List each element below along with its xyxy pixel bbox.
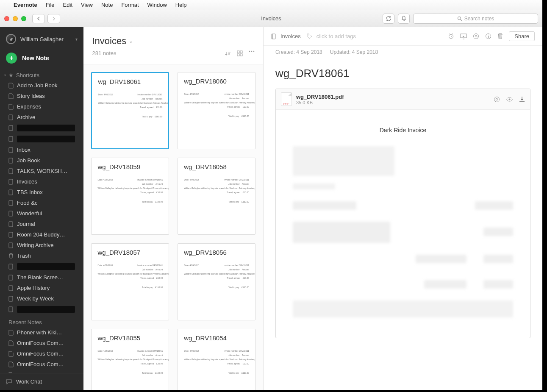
sidebar-item[interactable]: TBS Inbox (0, 187, 83, 197)
sidebar-item-label: Add to Job Book (17, 82, 57, 89)
notebook-icon (8, 158, 14, 164)
redacted-label (17, 263, 75, 270)
notebook-icon (8, 242, 14, 248)
sidebar-item[interactable]: Story Ideas (0, 91, 83, 101)
sidebar-item[interactable] (0, 133, 83, 145)
sidebar-item[interactable]: Week by Week (0, 293, 83, 304)
nav-back-button[interactable] (32, 14, 45, 23)
window-minimize[interactable] (13, 16, 18, 21)
avatar: W (6, 34, 16, 44)
note-card[interactable]: wg_DRV18058 Date: 4/09/2018Invoice numbe… (178, 158, 255, 235)
view-toggle-button[interactable] (237, 50, 243, 56)
search-input[interactable]: Search notes (413, 14, 538, 24)
notebook-icon (8, 232, 14, 238)
note-card[interactable]: wg_DRV18061 Date: 4/09/2018Invoice numbe… (91, 72, 169, 149)
attachment-view-button[interactable] (506, 97, 513, 102)
notebook-icon (8, 275, 14, 281)
sidebar-item[interactable]: The Blank Scree… (0, 272, 83, 283)
note-card[interactable]: wg_DRV18057 Date: 4/09/2018Invoice numbe… (91, 243, 169, 320)
chevron-down-icon: ▾ (75, 37, 78, 42)
sidebar-item[interactable]: Food &c (0, 197, 83, 208)
chevron-left-icon (37, 17, 40, 21)
sidebar-item[interactable]: Job Book (0, 155, 83, 166)
window-close[interactable] (4, 16, 9, 21)
nav-forward-button[interactable] (47, 14, 60, 23)
sidebar-item[interactable]: Writing Archive (0, 240, 83, 250)
sidebar-item[interactable]: Journal (0, 219, 83, 229)
sidebar-item[interactable]: Archive (0, 112, 83, 122)
menu-note[interactable]: Note (101, 2, 113, 8)
menu-edit[interactable]: Edit (63, 2, 72, 8)
share-button[interactable]: Share (509, 31, 535, 41)
note-card-preview: Date: 4/09/2018Invoice number DRV18061 J… (184, 92, 249, 118)
sidebar-item[interactable]: Bendles and Butt… (0, 370, 83, 373)
sidebar-item[interactable]: Expenses (0, 101, 83, 112)
shortcuts-header[interactable]: ▾ ★ Shortcuts (0, 70, 83, 80)
note-card-preview: Date: 4/09/2018Invoice number DRV18061 J… (98, 93, 162, 118)
svg-point-59 (509, 98, 511, 100)
sort-button[interactable] (225, 50, 231, 56)
sidebar-item-label: Journal (17, 221, 35, 227)
new-note-button[interactable]: + New Note (0, 48, 83, 70)
annotate-button[interactable] (473, 33, 479, 39)
attachment-annotate-button[interactable] (494, 96, 500, 103)
menu-window[interactable]: Window (147, 2, 167, 8)
work-chat-button[interactable]: Work Chat (0, 373, 83, 390)
present-button[interactable] (460, 33, 467, 39)
notebook-icon (8, 125, 14, 131)
sidebar-item[interactable] (0, 122, 83, 133)
reminder-button[interactable] (448, 33, 454, 39)
sidebar-item[interactable]: Inbox (0, 145, 83, 155)
sidebar-item[interactable] (0, 261, 83, 272)
sidebar-item-label: Job Book (17, 157, 40, 164)
svg-rect-22 (9, 222, 13, 227)
sidebar-item[interactable]: Add to Job Book (0, 80, 83, 91)
sidebar-item[interactable] (0, 304, 83, 315)
sidebar-item[interactable]: Phoner with Kiki… (0, 327, 83, 338)
search-icon (457, 16, 462, 21)
menu-view[interactable]: View (81, 2, 93, 8)
delete-button[interactable] (497, 33, 503, 39)
account-menu[interactable]: W William Gallagher ▾ (0, 27, 83, 48)
activity-button[interactable] (398, 14, 410, 24)
attachment-size: 35.0 KB (296, 100, 344, 105)
sidebar-item[interactable]: Room 204 Buddy… (0, 229, 83, 240)
note-card[interactable]: wg_DRV18055 Date: 4/09/2018Invoice numbe… (91, 329, 169, 390)
window-zoom[interactable] (21, 16, 26, 21)
note-title[interactable]: wg_DRV18061 (264, 58, 542, 84)
more-options-button[interactable] (249, 50, 255, 56)
download-icon (519, 96, 525, 102)
menu-file[interactable]: File (46, 2, 55, 8)
sidebar-item[interactable]: Wonderful (0, 208, 83, 219)
note-card-title: wg_DRV18060 (184, 78, 249, 85)
sidebar-item[interactable]: OmniFocus Com… (0, 338, 83, 348)
note-card[interactable]: wg_DRV18060 Date: 4/09/2018Invoice numbe… (178, 72, 255, 149)
chat-icon (6, 379, 12, 385)
sidebar-item[interactable]: Invoices (0, 176, 83, 187)
sidebar-item-label: OmniFocus Com… (17, 340, 64, 346)
svg-rect-49 (461, 34, 466, 38)
note-card[interactable]: wg_DRV18059 Date: 4/09/2018Invoice numbe… (91, 158, 169, 235)
attachment-name[interactable]: wg_DRV18061.pdf (296, 94, 344, 100)
sidebar-item[interactable]: OmniFocus Com… (0, 359, 83, 370)
sync-button[interactable] (383, 14, 394, 24)
sidebar-item[interactable]: OmniFocus Com… (0, 348, 83, 359)
notebook-title-button[interactable]: Invoices ⌄ (92, 36, 255, 47)
app-menu[interactable]: Evernote (14, 2, 37, 8)
reminder-icon (448, 33, 454, 39)
notebook-crumb[interactable]: Invoices (280, 33, 301, 39)
sidebar-item-label: Story Ideas (17, 93, 45, 99)
svg-rect-45 (272, 34, 275, 39)
attachment-download-button[interactable] (519, 96, 525, 102)
note-card[interactable]: wg_DRV18056 Date: 4/09/2018Invoice numbe… (178, 243, 255, 320)
note-card[interactable]: wg_DRV18054 Date: 4/09/2018Invoice numbe… (178, 329, 255, 390)
menu-format[interactable]: Format (121, 2, 139, 8)
sidebar-item[interactable]: Trash (0, 250, 83, 261)
menu-help[interactable]: Help (175, 2, 187, 8)
document-heading: Dark Ride Invoice (280, 127, 526, 133)
note-card-title: wg_DRV18061 (98, 78, 162, 85)
info-button[interactable] (485, 33, 491, 39)
sidebar-item[interactable]: Apple History (0, 283, 83, 293)
add-tags-button[interactable]: click to add tags (317, 33, 356, 39)
sidebar-item[interactable]: TALKS, WORKSH… (0, 166, 83, 176)
